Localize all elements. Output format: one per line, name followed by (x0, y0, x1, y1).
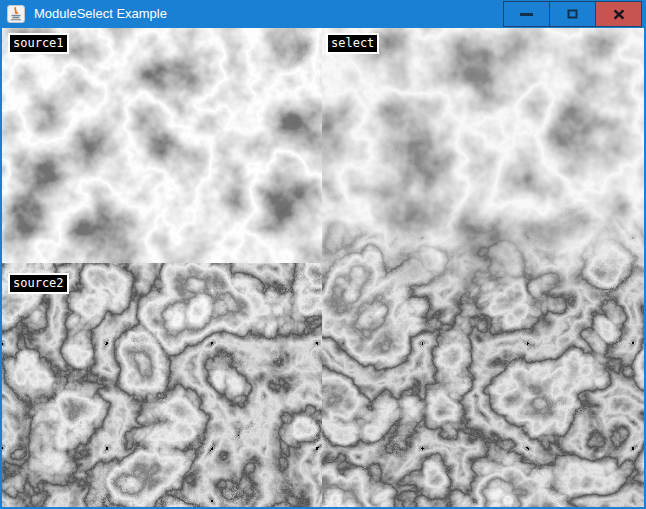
maximize-button[interactable] (549, 1, 596, 27)
close-icon (613, 9, 625, 20)
window-controls (503, 1, 642, 27)
noise-module-view (2, 28, 644, 507)
title-bar[interactable]: ModuleSelect Example (0, 0, 646, 28)
render-canvas: source1 select source2 (2, 28, 644, 507)
java-coffee-cup-icon[interactable] (7, 5, 25, 23)
source2-inset-image (2, 263, 322, 507)
application-window: ModuleSelect Example (0, 0, 646, 509)
source2-label: source2 (8, 273, 69, 294)
minimize-button[interactable] (503, 1, 550, 27)
close-button[interactable] (595, 1, 642, 27)
minimize-icon (520, 13, 533, 16)
source1-label: source1 (8, 33, 69, 54)
source1-inset-image (2, 28, 322, 263)
select-label: select (326, 33, 379, 54)
maximize-icon (567, 9, 578, 19)
window-title: ModuleSelect Example (34, 0, 167, 28)
